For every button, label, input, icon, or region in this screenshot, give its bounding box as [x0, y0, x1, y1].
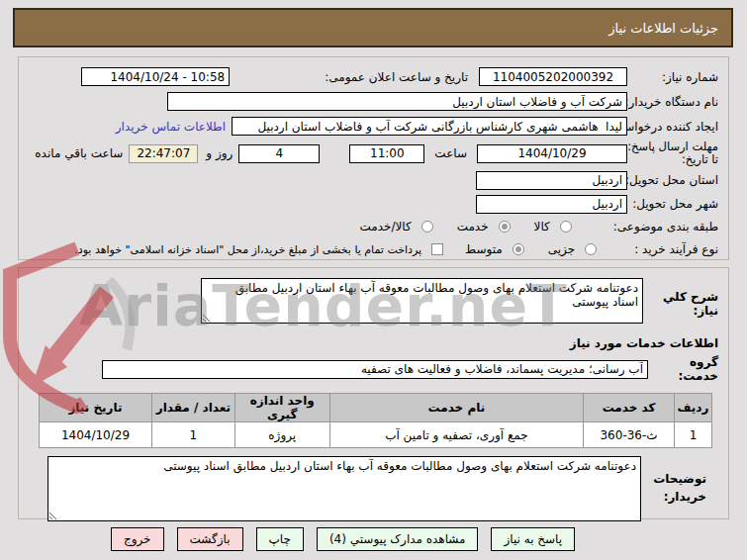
buyer-notes-row: توضیحات خریدار: دعوتنامه شرکت استعلام به…: [29, 456, 718, 521]
exit-button[interactable]: خروج: [111, 527, 164, 551]
deadline-time-field[interactable]: [349, 144, 424, 163]
table-row: 1 ث-36-360 جمع آوری، تصفیه و تامین آب پر…: [40, 422, 712, 448]
action-button-bar: پاسخ به نیاز مشاهده مدارک پیوستي (4) چاپ…: [0, 526, 716, 552]
col-row-number: ردیف: [675, 394, 712, 422]
process-option-medium-label: متوسط: [465, 242, 503, 256]
treasury-checkbox[interactable]: [431, 243, 443, 255]
announce-datetime-field[interactable]: [81, 67, 230, 86]
col-quantity: تعداد / مقدار: [151, 394, 234, 422]
service-group-field[interactable]: [102, 360, 648, 379]
buyer-org-label: نام دستگاه خریدار:: [627, 95, 718, 109]
process-type-row: نوع فرآیند خرید : جزیی متوسط پرداخت تمام…: [29, 237, 718, 261]
process-type-label: نوع فرآیند خرید :: [634, 242, 718, 256]
cell-need-date: 1404/10/29: [40, 422, 152, 448]
delivery-city-field[interactable]: [476, 195, 627, 214]
classification-option-goods-service-label: کالا/خدمت: [359, 220, 411, 233]
delivery-province-field[interactable]: [476, 171, 627, 190]
announce-datetime-label: تاریخ و ساعت اعلان عمومی:: [325, 70, 468, 84]
days-and-label: روز و: [206, 146, 233, 160]
treasury-note-label: پرداخت تمام یا بخشی از مبلغ خرید،از محل …: [74, 243, 421, 256]
delivery-city-label: شهر محل تحویل:: [627, 197, 718, 211]
back-button[interactable]: بازگشت: [177, 527, 243, 551]
buyer-notes-label: توضیحات خریدار:: [641, 456, 718, 506]
view-attached-docs-button[interactable]: مشاهده مدارک پیوستي (4): [317, 527, 479, 551]
treasury-payment-option: پرداخت تمام یا بخشی از مبلغ خرید،از محل …: [74, 243, 443, 256]
need-number-label: شماره نیاز:: [627, 70, 718, 84]
hour-label: ساعت: [434, 146, 467, 160]
need-info-groupbox: شماره نیاز: تاریخ و ساعت اعلان عمومی: نا…: [18, 56, 729, 260]
buyer-contact-link[interactable]: اطلاعات تماس خریدار: [116, 120, 226, 134]
delivery-province-label: استان محل تحویل:: [627, 173, 718, 187]
print-button[interactable]: چاپ: [256, 527, 304, 551]
general-description-label: شرح كلي نیاز:: [643, 278, 718, 318]
cell-service-name: جمع آوری، تصفیه و تامین آب: [329, 422, 583, 448]
col-service-name: نام خدمت: [329, 394, 583, 422]
buyer-notes-textarea[interactable]: دعوتنامه شرکت استعلام بهای وصول مطالبات …: [47, 456, 641, 521]
col-need-date: تاریخ نیاز: [40, 394, 152, 422]
classification-option-goods-service: کالا/خدمت: [359, 220, 432, 233]
classification-row: طبقه بندی موضوعی: کالا خدمت کالا/خدمت: [29, 216, 718, 237]
services-groupbox: شرح كلي نیاز: دعوتنامه شرکت استعلام بهای…: [18, 267, 729, 519]
radio-medium-icon[interactable]: [513, 243, 524, 255]
classification-option-goods-label: کالا: [534, 220, 550, 233]
classification-option-service-label: خدمت: [457, 220, 489, 233]
service-group-label: گروه خدمت:: [648, 355, 718, 383]
creator-row: ایجاد کننده درخواست: اطلاعات تماس خریدار: [29, 114, 718, 139]
creator-field[interactable]: [232, 117, 627, 136]
need-number-row: شماره نیاز: تاریخ و ساعت اعلان عمومی:: [29, 64, 718, 89]
services-table: ردیف کد خدمت نام خدمت واحد اندازه گیری ت…: [39, 393, 712, 448]
respond-to-need-button[interactable]: پاسخ به نیاز: [491, 527, 575, 551]
delivery-city-row: شهر محل تحویل:: [29, 192, 718, 216]
cell-service-code: ث-36-360: [584, 422, 675, 448]
deadline-date-field[interactable]: [477, 144, 627, 163]
classification-option-goods: کالا: [534, 220, 572, 233]
services-table-header-row: ردیف کد خدمت نام خدمت واحد اندازه گیری ت…: [40, 394, 712, 422]
delivery-province-row: استان محل تحویل:: [29, 168, 718, 192]
radio-goods-icon[interactable]: [560, 221, 572, 233]
days-remaining-field[interactable]: [238, 144, 320, 163]
deadline-row: مهلت ارسال پاسخ: تا تاریخ: ساعت روز و 22…: [29, 139, 718, 168]
page-title: جزئیات اطلاعات نیاز: [608, 21, 718, 36]
col-unit: واحد اندازه گیری: [234, 394, 329, 422]
radio-goods-service-icon[interactable]: [421, 221, 433, 233]
service-group-row: گروه خدمت:: [29, 358, 718, 380]
services-section-title: اطلاعات خدمات مورد نیاز: [29, 336, 718, 350]
need-details-page: { "title": "جزئیات اطلاعات نیاز", "water…: [0, 0, 747, 560]
process-option-partial-label: جزیی: [548, 242, 575, 256]
cell-row-number: 1: [675, 422, 712, 448]
buyer-org-field[interactable]: [167, 92, 627, 111]
radio-service-icon[interactable]: [499, 221, 511, 233]
general-description-row: شرح كلي نیاز: دعوتنامه شرکت استعلام بهای…: [29, 278, 718, 327]
cell-unit: پروژه: [234, 422, 329, 448]
creator-label: ایجاد کننده درخواست:: [627, 120, 718, 134]
need-number-field[interactable]: [479, 67, 627, 86]
classification-label: طبقه بندی موضوعی:: [613, 220, 718, 233]
hours-remaining-label: ساعت باقي مانده: [35, 146, 123, 160]
classification-option-service: خدمت: [457, 220, 511, 233]
general-description-textarea[interactable]: دعوتنامه شرکت استعلام بهای وصول مطالبات …: [201, 278, 643, 324]
col-service-code: کد خدمت: [584, 394, 675, 422]
cell-quantity: 1: [151, 422, 234, 448]
radio-partial-icon[interactable]: [585, 243, 597, 255]
buyer-org-row: نام دستگاه خریدار:: [29, 89, 718, 114]
process-option-medium: متوسط: [465, 242, 524, 256]
page-title-bar: جزئیات اطلاعات نیاز: [13, 8, 733, 47]
time-remaining-badge: 22:47:07: [129, 144, 198, 163]
deadline-label: مهلت ارسال پاسخ: تا تاریخ:: [627, 140, 718, 166]
process-option-partial: جزیی: [548, 242, 597, 256]
